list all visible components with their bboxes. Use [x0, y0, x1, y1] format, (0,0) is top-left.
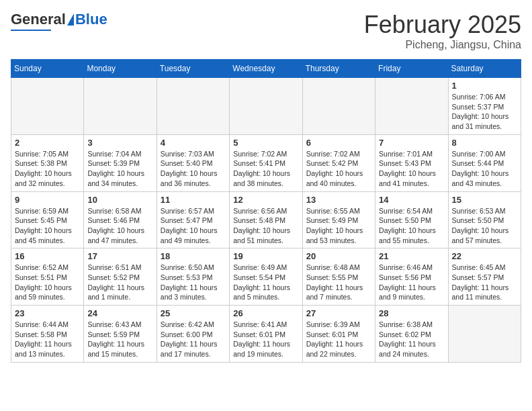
day-info: Sunrise: 6:59 AM Sunset: 5:45 PM Dayligh…: [15, 206, 80, 246]
calendar-day-cell: [11, 78, 84, 135]
day-number: 25: [161, 308, 226, 318]
month-title: February 2025: [364, 11, 521, 39]
logo-triangle-icon: [67, 13, 74, 26]
calendar-day-cell: 7Sunrise: 7:01 AM Sunset: 5:43 PM Daylig…: [375, 134, 448, 191]
calendar-day-cell: 22Sunrise: 6:45 AM Sunset: 5:57 PM Dayli…: [448, 248, 521, 306]
calendar-day-cell: [448, 306, 521, 363]
day-number: 13: [306, 195, 371, 205]
day-number: 22: [452, 251, 517, 261]
day-number: 19: [233, 251, 298, 261]
day-info: Sunrise: 6:48 AM Sunset: 5:55 PM Dayligh…: [306, 263, 371, 302]
day-number: 20: [306, 251, 371, 261]
calendar-day-cell: [230, 78, 302, 135]
page-header: General Blue February 2025 Picheng, Jian…: [11, 11, 521, 51]
day-info: Sunrise: 6:54 AM Sunset: 5:50 PM Dayligh…: [379, 206, 444, 246]
day-number: 21: [379, 251, 444, 261]
day-number: 14: [379, 195, 444, 205]
day-info: Sunrise: 6:45 AM Sunset: 5:57 PM Dayligh…: [452, 263, 517, 302]
calendar-day-cell: 24Sunrise: 6:43 AM Sunset: 5:59 PM Dayli…: [84, 306, 157, 363]
calendar-day-cell: 23Sunrise: 6:44 AM Sunset: 5:58 PM Dayli…: [11, 306, 84, 363]
calendar-week-row: 16Sunrise: 6:52 AM Sunset: 5:51 PM Dayli…: [11, 248, 521, 306]
day-number: 5: [233, 138, 298, 148]
day-info: Sunrise: 6:51 AM Sunset: 5:52 PM Dayligh…: [87, 263, 152, 302]
calendar-day-cell: 10Sunrise: 6:58 AM Sunset: 5:46 PM Dayli…: [84, 191, 157, 248]
calendar-day-cell: 27Sunrise: 6:39 AM Sunset: 6:01 PM Dayli…: [302, 306, 375, 363]
day-of-week-header: Saturday: [448, 60, 521, 78]
calendar-header-row: SundayMondayTuesdayWednesdayThursdayFrid…: [11, 60, 521, 78]
calendar-day-cell: 26Sunrise: 6:41 AM Sunset: 6:01 PM Dayli…: [230, 306, 302, 363]
day-number: 12: [233, 195, 298, 205]
calendar-day-cell: 6Sunrise: 7:02 AM Sunset: 5:42 PM Daylig…: [302, 134, 375, 191]
day-of-week-header: Thursday: [302, 60, 375, 78]
day-number: 8: [452, 138, 517, 148]
calendar-day-cell: [157, 78, 229, 135]
calendar-day-cell: 28Sunrise: 6:38 AM Sunset: 6:02 PM Dayli…: [375, 306, 448, 363]
day-info: Sunrise: 7:05 AM Sunset: 5:38 PM Dayligh…: [15, 149, 80, 189]
day-number: 7: [379, 138, 444, 148]
calendar-day-cell: 21Sunrise: 6:46 AM Sunset: 5:56 PM Dayli…: [375, 248, 448, 306]
day-number: 23: [15, 308, 80, 318]
day-number: 10: [87, 195, 152, 205]
day-info: Sunrise: 6:43 AM Sunset: 5:59 PM Dayligh…: [87, 320, 152, 359]
calendar-day-cell: [84, 78, 157, 135]
day-info: Sunrise: 6:44 AM Sunset: 5:58 PM Dayligh…: [15, 320, 80, 359]
calendar-day-cell: 5Sunrise: 7:02 AM Sunset: 5:41 PM Daylig…: [230, 134, 302, 191]
day-info: Sunrise: 7:03 AM Sunset: 5:40 PM Dayligh…: [161, 149, 226, 189]
day-info: Sunrise: 6:49 AM Sunset: 5:54 PM Dayligh…: [233, 263, 298, 302]
calendar-week-row: 1Sunrise: 7:06 AM Sunset: 5:37 PM Daylig…: [11, 78, 521, 135]
day-number: 24: [87, 308, 152, 318]
day-info: Sunrise: 6:46 AM Sunset: 5:56 PM Dayligh…: [379, 263, 444, 302]
day-of-week-header: Wednesday: [230, 60, 302, 78]
calendar-table: SundayMondayTuesdayWednesdayThursdayFrid…: [11, 59, 521, 363]
day-info: Sunrise: 6:56 AM Sunset: 5:48 PM Dayligh…: [233, 206, 298, 246]
calendar-day-cell: 3Sunrise: 7:04 AM Sunset: 5:39 PM Daylig…: [84, 134, 157, 191]
logo-blue-text: Blue: [75, 11, 107, 28]
calendar-day-cell: 11Sunrise: 6:57 AM Sunset: 5:47 PM Dayli…: [157, 191, 229, 248]
day-number: 15: [452, 195, 517, 205]
calendar-day-cell: 13Sunrise: 6:55 AM Sunset: 5:49 PM Dayli…: [302, 191, 375, 248]
calendar-day-cell: 16Sunrise: 6:52 AM Sunset: 5:51 PM Dayli…: [11, 248, 84, 306]
day-info: Sunrise: 6:52 AM Sunset: 5:51 PM Dayligh…: [15, 263, 80, 302]
calendar-day-cell: 8Sunrise: 7:00 AM Sunset: 5:44 PM Daylig…: [448, 134, 521, 191]
day-number: 1: [452, 81, 517, 91]
day-number: 16: [15, 251, 80, 261]
logo-underline: [11, 30, 51, 31]
calendar-week-row: 23Sunrise: 6:44 AM Sunset: 5:58 PM Dayli…: [11, 306, 521, 363]
day-number: 3: [87, 138, 152, 148]
day-number: 2: [15, 138, 80, 148]
day-info: Sunrise: 6:38 AM Sunset: 6:02 PM Dayligh…: [379, 320, 444, 359]
title-block: February 2025 Picheng, Jiangsu, China: [364, 11, 521, 51]
day-info: Sunrise: 7:02 AM Sunset: 5:42 PM Dayligh…: [306, 149, 371, 189]
calendar-day-cell: 20Sunrise: 6:48 AM Sunset: 5:55 PM Dayli…: [302, 248, 375, 306]
day-info: Sunrise: 6:57 AM Sunset: 5:47 PM Dayligh…: [161, 206, 226, 246]
logo-general-text: General: [11, 11, 66, 28]
day-number: 9: [15, 195, 80, 205]
calendar-day-cell: 2Sunrise: 7:05 AM Sunset: 5:38 PM Daylig…: [11, 134, 84, 191]
calendar-day-cell: [375, 78, 448, 135]
day-of-week-header: Monday: [84, 60, 157, 78]
calendar-day-cell: 18Sunrise: 6:50 AM Sunset: 5:53 PM Dayli…: [157, 248, 229, 306]
day-info: Sunrise: 6:50 AM Sunset: 5:53 PM Dayligh…: [161, 263, 226, 302]
day-info: Sunrise: 6:53 AM Sunset: 5:50 PM Dayligh…: [452, 206, 517, 246]
logo: General Blue: [11, 11, 107, 31]
day-info: Sunrise: 6:42 AM Sunset: 6:00 PM Dayligh…: [161, 320, 226, 359]
location-title: Picheng, Jiangsu, China: [364, 39, 521, 51]
day-number: 27: [306, 308, 371, 318]
day-number: 26: [233, 308, 298, 318]
calendar-day-cell: 4Sunrise: 7:03 AM Sunset: 5:40 PM Daylig…: [157, 134, 229, 191]
day-number: 18: [161, 251, 226, 261]
day-info: Sunrise: 6:58 AM Sunset: 5:46 PM Dayligh…: [87, 206, 152, 246]
calendar-week-row: 9Sunrise: 6:59 AM Sunset: 5:45 PM Daylig…: [11, 191, 521, 248]
day-info: Sunrise: 7:01 AM Sunset: 5:43 PM Dayligh…: [379, 149, 444, 189]
day-info: Sunrise: 6:39 AM Sunset: 6:01 PM Dayligh…: [306, 320, 371, 359]
calendar-day-cell: 25Sunrise: 6:42 AM Sunset: 6:00 PM Dayli…: [157, 306, 229, 363]
day-info: Sunrise: 7:04 AM Sunset: 5:39 PM Dayligh…: [87, 149, 152, 189]
day-number: 17: [87, 251, 152, 261]
day-number: 11: [161, 195, 226, 205]
calendar-day-cell: 9Sunrise: 6:59 AM Sunset: 5:45 PM Daylig…: [11, 191, 84, 248]
calendar-day-cell: 15Sunrise: 6:53 AM Sunset: 5:50 PM Dayli…: [448, 191, 521, 248]
day-info: Sunrise: 7:06 AM Sunset: 5:37 PM Dayligh…: [452, 92, 517, 132]
day-number: 4: [161, 138, 226, 148]
calendar-day-cell: [302, 78, 375, 135]
day-number: 6: [306, 138, 371, 148]
